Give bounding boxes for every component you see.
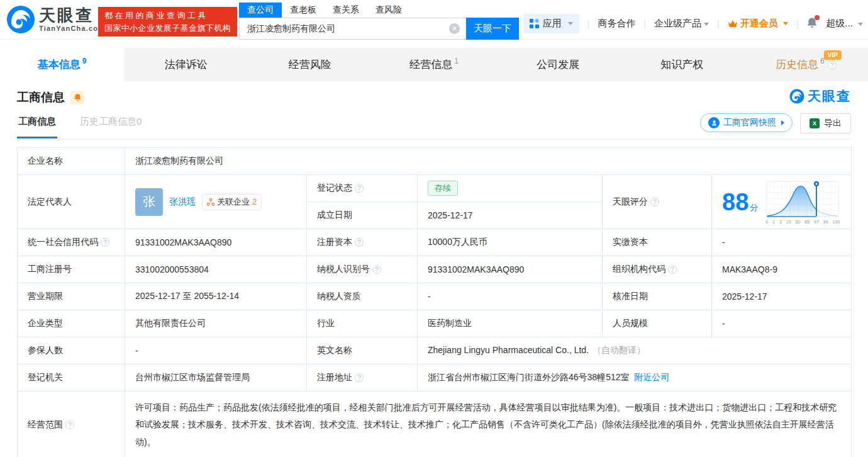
tianyancha-logo[interactable]: 天眼查 TianYanCha.com [6, 5, 105, 34]
company-section-tabs: 基本信息9 法律诉讼 经营风险 经营信息1 公司发展 知识产权 VIP 历史信息… [0, 48, 868, 81]
table-row: 统一社会信用代码? 91331002MAK3AAQ890 注册资本? 10000… [18, 229, 852, 256]
related-companies-badge[interactable]: 关联企业 2 [202, 194, 262, 210]
export-button[interactable]: X 导出 [800, 113, 851, 133]
slogan-line2: 国家中小企业发展子基金旗下机构 [104, 22, 231, 35]
open-membership-link[interactable]: 开通会员 [728, 18, 788, 30]
tab-label: 基本信息 [38, 57, 81, 72]
insured-count-label: 参保人数 [18, 337, 125, 364]
tab-operating-risk[interactable]: 经营风险 [248, 48, 372, 81]
paid-capital-value: - [712, 229, 852, 256]
table-row: 营业期限 2025-12-17 至 2055-12-14 纳税人资质 - 核准日… [18, 283, 852, 310]
avatar[interactable]: 张 [135, 188, 163, 216]
top-header: 天眼查 TianYanCha.com 都在用的商业查询工具 国家中小企业发展子基… [0, 0, 868, 40]
help-icon[interactable]: ? [355, 373, 364, 382]
subtab-history-registration[interactable]: 历史工商信息0 [79, 113, 143, 137]
search-tab-boss[interactable]: 查老板 [282, 3, 325, 18]
legal-rep-name-link[interactable]: 张洪瑶 [169, 196, 196, 208]
table-row: 企业类型 其他有限责任公司 行业 医药制造业 人员规模 - [18, 310, 852, 337]
search-tab-relation[interactable]: 查关系 [325, 3, 367, 18]
help-icon[interactable]: ? [355, 184, 364, 193]
score-cell: 88分 [712, 175, 852, 229]
brand-slogan: 都在用的商业查询工具 国家中小企业发展子基金旗下机构 [98, 7, 237, 37]
search-input[interactable] [239, 18, 466, 40]
vip-badge: VIP [824, 50, 842, 60]
credit-code-value: 91331002MAK3AAQ890 [125, 229, 307, 256]
section-title: 工商信息 [17, 89, 65, 106]
reg-number-value: 331002000553804 [125, 256, 307, 283]
chevron-down-icon [783, 22, 788, 25]
help-icon[interactable]: ? [828, 60, 837, 69]
company-name-value: 浙江凌愈制药有限公司 [125, 148, 852, 175]
business-coop-link[interactable]: 商务合作 [598, 18, 635, 30]
reg-authority-value: 台州市椒江区市场监督管理局 [125, 364, 307, 392]
logo-domain: TianYanCha.com [39, 25, 105, 32]
table-row: 工商注册号 331002000553804 纳税人识别号? 91331002MA… [18, 256, 852, 283]
official-snapshot-button[interactable]: 工商官网快照 [700, 113, 793, 132]
enterprise-products-label: 企业级产品 [654, 18, 701, 28]
divider: | [587, 19, 590, 29]
search-tab-risk[interactable]: 查风险 [367, 3, 410, 18]
org-code-label: 组织机构代码? [603, 256, 712, 283]
notification-dot [815, 15, 820, 20]
business-scope-label: 经营范围? [18, 392, 125, 457]
score-label: 天眼评分? [603, 175, 712, 229]
tab-count: 9 [82, 57, 87, 65]
tab-legal-litigation[interactable]: 法律诉讼 [124, 48, 248, 81]
tab-label: 公司发展 [537, 57, 579, 72]
table-row: 登记机关 台州市椒江区市场监督管理局 注册地址? 浙江省台州市椒江区海门街道外沙… [18, 364, 852, 392]
chevron-down-icon [704, 23, 709, 26]
crown-icon [728, 20, 738, 28]
help-icon[interactable]: ? [355, 238, 364, 247]
search-button[interactable]: 天眼一下 [466, 18, 519, 40]
tab-history-info[interactable]: VIP 历史信息6? [744, 48, 868, 81]
bell-curve-chart [765, 180, 840, 219]
help-icon[interactable]: ? [65, 420, 74, 429]
watermark-label: 天眼查 [808, 87, 851, 105]
enterprise-products-link[interactable]: 企业级产品 [654, 18, 709, 30]
export-button-label: 导出 [824, 118, 842, 129]
account-menu[interactable]: 超级... [826, 18, 863, 30]
chevron-down-icon [568, 22, 573, 25]
reg-status-value: 存续 [418, 175, 603, 202]
arrow-right-icon [781, 120, 784, 125]
english-name-value: Zhejiang Lingyu Pharmaceutical Co., Ltd.… [418, 337, 852, 364]
taxpayer-qualification-value: - [418, 283, 603, 310]
help-icon[interactable]: ? [101, 238, 109, 247]
header-right-nav: 应用 | 商务合作 | 企业级产品 | 开通会员 | 超级... [523, 14, 863, 33]
tab-company-development[interactable]: 公司发展 [496, 48, 620, 81]
tab-label: 知识产权 [660, 57, 703, 72]
divider: | [643, 19, 646, 29]
bell-icon [74, 93, 82, 102]
help-icon[interactable]: ? [668, 265, 677, 274]
nearby-companies-link[interactable]: 附近公司 [634, 372, 669, 382]
registration-info-table: 企业名称 浙江凌愈制药有限公司 法定代表人 张 张洪瑶 关联企业 [17, 147, 852, 457]
business-registration-section: 工商信息 天眼查 工商信息 历史工商信息0 工商官网快照 [0, 81, 868, 457]
tab-label: 法律诉讼 [165, 57, 208, 72]
search-tab-company[interactable]: 查公司 [239, 3, 282, 18]
org-code-value: MAK3AAQ8-9 [712, 256, 852, 283]
apps-menu[interactable]: 应用 [523, 14, 579, 33]
search-tabs: 查公司 查老板 查关系 查风险 [239, 3, 519, 18]
reg-status-label: 登记状态? [307, 175, 418, 202]
tab-business-info[interactable]: 经营信息1 [372, 48, 496, 81]
subtab-current-registration[interactable]: 工商信息 [17, 113, 57, 138]
approval-date-label: 核准日期 [603, 283, 712, 310]
subscribe-bell-button[interactable] [70, 91, 84, 104]
excel-icon: X [810, 118, 820, 128]
table-row: 参保人数 - 英文名称 Zhejiang Lingyu Pharmaceutic… [18, 337, 852, 364]
help-icon[interactable]: ? [650, 198, 659, 206]
notifications-bell[interactable] [806, 17, 818, 31]
tab-intellectual-property[interactable]: 知识产权 [620, 48, 744, 81]
reg-authority-label: 登记机关 [18, 364, 125, 392]
staff-size-label: 人员规模 [603, 310, 712, 337]
legal-rep-label: 法定代表人 [18, 175, 125, 229]
logo-title: 天眼查 [39, 7, 105, 23]
help-icon[interactable]: ? [372, 265, 381, 274]
tab-label: 历史信息 [776, 57, 818, 72]
tab-basic-info[interactable]: 基本信息9 [0, 48, 124, 81]
account-label: 超级... [826, 18, 853, 28]
score-value: 88 [722, 189, 748, 215]
tab-label: 经营信息 [409, 57, 452, 72]
business-scope-value: 许可项目：药品生产；药品批发(依法须经批准的项目，经相关部门批准后方可开展经营活… [125, 392, 852, 457]
clear-search-icon[interactable]: ✕ [449, 23, 460, 34]
